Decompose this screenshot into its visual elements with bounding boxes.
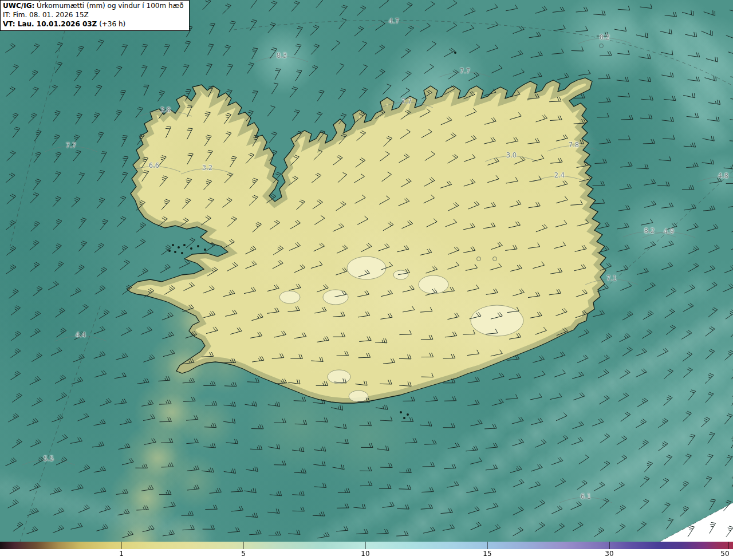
colorbar-tick bbox=[609, 542, 610, 549]
colorbar-tick bbox=[728, 542, 729, 549]
map-title-box: UWC/IG: Úrkomumætti (mm) og vindur í 100… bbox=[0, 0, 190, 31]
weather-map-app: 4.78.28.37.77.73.87.77.83.06.63.22.44.88… bbox=[0, 0, 733, 560]
init-time-line: IT: Fim. 08. 01. 2026 15Z bbox=[3, 11, 184, 20]
valid-time: VT: Lau. 10.01.2026 03Z bbox=[3, 20, 97, 28]
colorbar: 1510153050 bbox=[0, 542, 733, 560]
colorbar-tick bbox=[365, 542, 366, 549]
title-line: UWC/IG: Úrkomumætti (mm) og vindur í 100… bbox=[3, 2, 184, 11]
colorbar-tick-label: 10 bbox=[361, 550, 369, 558]
colorbar-tick-label: 30 bbox=[605, 550, 613, 558]
weather-map-canvas bbox=[0, 0, 733, 542]
colorbar-tick bbox=[243, 542, 244, 549]
valid-time-line: VT: Lau. 10.01.2026 03Z (+36 h) bbox=[3, 20, 184, 29]
colorbar-tick bbox=[487, 542, 488, 549]
colorbar-tick-label: 1 bbox=[119, 550, 124, 558]
model-name: UWC/IG: bbox=[3, 2, 34, 10]
valid-offset: (+36 h) bbox=[97, 20, 125, 28]
map-title: Úrkomumætti (mm) og vindur í 100m hæð bbox=[34, 2, 183, 10]
colorbar-tick-label: 5 bbox=[241, 550, 246, 558]
colorbar-tick-label: 50 bbox=[720, 550, 729, 558]
colorbar-tick bbox=[121, 542, 122, 549]
colorbar-gradient bbox=[0, 542, 733, 549]
colorbar-tick-label: 15 bbox=[483, 550, 491, 558]
